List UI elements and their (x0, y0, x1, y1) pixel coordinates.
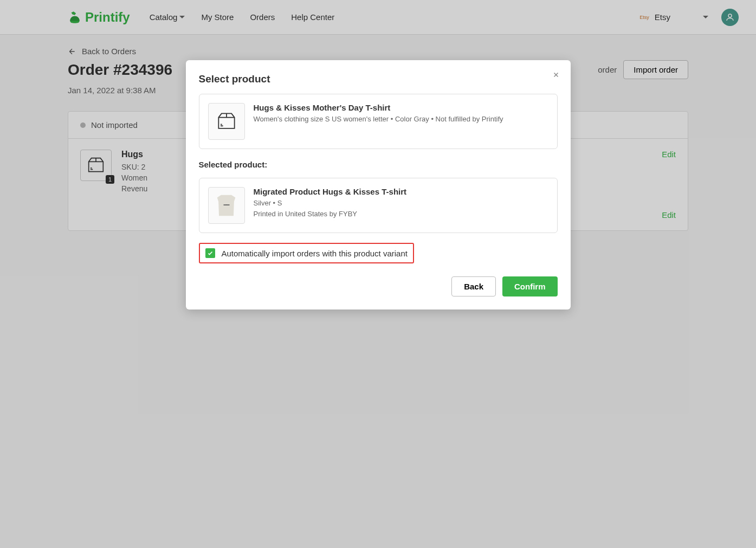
selected-product-info: Migrated Product Hugs & Kisses T-shirt S… (254, 187, 548, 224)
close-button[interactable] (552, 70, 560, 81)
modal-title: Select product (199, 73, 558, 85)
auto-import-option: Automatically import orders with this pr… (199, 243, 414, 263)
close-icon (552, 71, 560, 79)
confirm-button[interactable]: Confirm (502, 276, 558, 296)
selected-product-variant: Silver • S (254, 198, 548, 209)
tshirt-icon (214, 192, 240, 218)
auto-import-label: Automatically import orders with this pr… (222, 249, 408, 258)
original-product-info: Hugs & Kisses Mother's Day T-shirt Women… (254, 103, 548, 140)
check-icon (207, 250, 214, 256)
select-product-modal: Select product Hugs & Kisses Mother's Da… (186, 60, 571, 310)
modal-footer: Back Confirm (199, 276, 558, 296)
selected-product-printed: Printed in United States by FYBY (254, 209, 548, 220)
original-product-thumbnail (208, 103, 245, 140)
original-product-name: Hugs & Kisses Mother's Day T-shirt (254, 103, 548, 112)
selected-product-label: Selected product: (199, 160, 558, 169)
original-product-meta: Women's clothing size S US women's lette… (254, 114, 548, 125)
box-icon (215, 109, 238, 133)
selected-product-card[interactable]: Migrated Product Hugs & Kisses T-shirt S… (199, 178, 558, 233)
selected-product-name: Migrated Product Hugs & Kisses T-shirt (254, 187, 548, 196)
original-product-card[interactable]: Hugs & Kisses Mother's Day T-shirt Women… (199, 94, 558, 149)
selected-product-thumbnail (208, 187, 245, 224)
back-button[interactable]: Back (451, 276, 496, 296)
auto-import-checkbox[interactable] (205, 248, 215, 258)
